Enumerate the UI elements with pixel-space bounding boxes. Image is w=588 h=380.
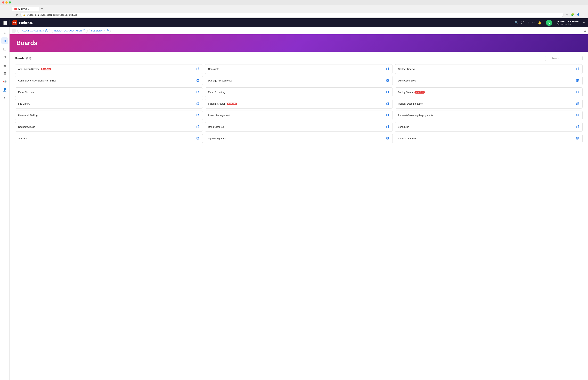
open-board-icon-personnel-staffing[interactable]: [196, 114, 200, 117]
open-board-icon-shelters[interactable]: [196, 137, 200, 140]
extensions-button[interactable]: 🧩: [570, 12, 575, 17]
new-tab-button[interactable]: +: [39, 6, 45, 11]
board-card-left-project-management: Project Management: [208, 114, 230, 117]
close-tab-button[interactable]: ✕: [28, 8, 30, 10]
sidebar-item-dashboard[interactable]: ⊟: [1, 54, 8, 60]
notifications-button[interactable]: 🔔: [538, 21, 542, 25]
user-menu-chevron[interactable]: ▾: [583, 21, 585, 24]
browser-toolbar-right: ☆ 🧩 👤 ⋮: [565, 12, 586, 17]
search-wrapper: 🔍: [545, 56, 583, 61]
favicon: [15, 8, 17, 10]
sidebar-item-report[interactable]: ☰: [1, 70, 8, 77]
app-logo: W: [12, 20, 17, 25]
board-card-file-library[interactable]: File Library: [15, 99, 203, 109]
board-card-after-action-review[interactable]: After-Action ReviewNew Data: [15, 64, 203, 74]
sidebar-item-map[interactable]: ◫: [1, 46, 8, 52]
svg-text:W: W: [13, 21, 16, 24]
open-board-icon-checklists[interactable]: [386, 67, 389, 71]
open-board-icon-damage-assessments[interactable]: [386, 79, 389, 82]
tab-file-library[interactable]: FILE LIBRARY ✕: [89, 29, 111, 33]
main-layout: ⌂ ⊞ ◫ ⊟ ⛓ ☰ 📢 👤 ✦ ‹ PROJECT MANAGEMENT ✕…: [0, 27, 588, 380]
board-card-left-requests-inventory-deployments: Requests/Inventory/Deployments: [398, 114, 433, 117]
tab-bar-search-button[interactable]: ⊞: [584, 29, 586, 32]
open-board-icon-incident-documentation[interactable]: [576, 102, 579, 106]
open-board-icon-event-calendar[interactable]: [196, 90, 200, 94]
board-card-checklists[interactable]: Checklists: [205, 64, 393, 74]
tab-project-management-close[interactable]: ✕: [45, 29, 48, 32]
tab-back-button[interactable]: ‹: [12, 29, 16, 33]
sidebar-item-contacts[interactable]: 👤: [1, 86, 8, 93]
tab-file-library-close[interactable]: ✕: [106, 29, 109, 32]
hamburger-menu-button[interactable]: ☰: [3, 20, 7, 25]
board-card-event-calendar[interactable]: Event Calendar: [15, 87, 203, 97]
sidebar-item-links[interactable]: ⛓: [1, 62, 8, 69]
board-card-contact-tracing[interactable]: Contact Tracing: [395, 64, 583, 74]
browser-tab-webeoc[interactable]: WebEOC ✕: [12, 7, 39, 11]
board-card-requests-tasks[interactable]: Requests/Tasks: [15, 122, 203, 132]
open-board-icon-requests-tasks[interactable]: [196, 125, 200, 129]
board-card-requests-inventory-deployments[interactable]: Requests/Inventory/Deployments: [395, 111, 583, 120]
board-card-road-closures[interactable]: Road Closures: [205, 122, 393, 132]
forward-button[interactable]: →: [8, 12, 13, 17]
search-input[interactable]: [545, 56, 583, 61]
app-header: ☰ W WebEOC 🔍 ⛶ ? ⊘ 🔔 IC Incident Command…: [0, 18, 588, 27]
open-board-icon-after-action-review[interactable]: [196, 67, 200, 71]
open-board-icon-situation-reports[interactable]: [576, 137, 579, 140]
sidebar-item-boards[interactable]: ⊞: [1, 38, 8, 44]
board-card-left-after-action-review: After-Action ReviewNew Data: [18, 68, 51, 70]
refresh-button[interactable]: ↻: [14, 12, 19, 17]
board-card-shelters[interactable]: Shelters: [15, 134, 203, 143]
board-card-left-file-library: File Library: [18, 102, 30, 105]
search-header-button[interactable]: 🔍: [514, 21, 518, 25]
board-card-distribution-sites[interactable]: Distribution Sites: [395, 76, 583, 85]
sidebar: ⌂ ⊞ ◫ ⊟ ⛓ ☰ 📢 👤 ✦: [0, 27, 10, 380]
open-board-icon-contact-tracing[interactable]: [576, 67, 579, 71]
board-card-continuity-of-operations[interactable]: Continuity of Operations Plan Builder: [15, 76, 203, 85]
open-board-icon-incident-creator[interactable]: [386, 102, 389, 106]
board-card-facility-status[interactable]: Facility StatusNew Data: [395, 87, 583, 97]
open-board-icon-sign-in-sign-out[interactable]: [386, 137, 389, 140]
open-board-icon-requests-inventory-deployments[interactable]: [576, 114, 579, 117]
board-card-incident-documentation[interactable]: Incident Documentation: [395, 99, 583, 109]
help-button[interactable]: ?: [528, 21, 529, 25]
close-button[interactable]: [2, 1, 4, 3]
sidebar-item-broadcast[interactable]: 📢: [1, 78, 8, 85]
open-board-icon-file-library[interactable]: [196, 102, 200, 106]
board-card-damage-assessments[interactable]: Damage Assessments: [205, 76, 393, 85]
board-card-personnel-staffing[interactable]: Personnel Staffing: [15, 111, 203, 120]
board-card-left-checklists: Checklists: [208, 68, 219, 70]
profile-button[interactable]: 👤: [576, 12, 581, 17]
address-bar[interactable]: 🔒 webeoc.demo.webeocasp.com/webeoc/defau…: [20, 13, 564, 17]
fullscreen-button[interactable]: ⛶: [521, 21, 524, 25]
new-data-badge-after-action-review: New Data: [41, 68, 51, 70]
tab-incident-documentation-close[interactable]: ✕: [83, 29, 85, 32]
minimize-button[interactable]: [5, 1, 8, 3]
board-card-event-reporting[interactable]: Event Reporting: [205, 87, 393, 97]
tab-incident-documentation[interactable]: INCIDENT DOCUMENTATION ✕: [52, 29, 88, 33]
menu-button[interactable]: ⋮: [581, 12, 586, 17]
open-board-icon-schedules[interactable]: [576, 125, 579, 129]
board-card-left-continuity-of-operations: Continuity of Operations Plan Builder: [18, 79, 57, 82]
open-board-icon-event-reporting[interactable]: [386, 90, 389, 94]
board-card-schedules[interactable]: Schedules: [395, 122, 583, 132]
board-card-project-management[interactable]: Project Management: [205, 111, 393, 120]
settings-button[interactable]: ⊘: [532, 21, 535, 25]
board-card-left-contact-tracing: Contact Tracing: [398, 68, 415, 70]
open-board-icon-project-management[interactable]: [386, 114, 389, 117]
user-avatar[interactable]: IC: [546, 20, 552, 26]
open-board-icon-facility-status[interactable]: [576, 90, 579, 94]
maximize-button[interactable]: [9, 1, 11, 3]
open-board-icon-distribution-sites[interactable]: [576, 79, 579, 82]
tab-project-management[interactable]: PROJECT MANAGEMENT ✕: [17, 29, 50, 33]
sidebar-item-awards[interactable]: ✦: [1, 95, 8, 101]
sidebar-item-home[interactable]: ⌂: [1, 29, 8, 36]
tab-incident-documentation-label: INCIDENT DOCUMENTATION: [54, 30, 82, 32]
board-card-sign-in-sign-out[interactable]: Sign-In/Sign-Out: [205, 134, 393, 143]
board-card-incident-creator[interactable]: Incident CreatorNew Data: [205, 99, 393, 109]
back-button[interactable]: ←: [2, 12, 7, 17]
bookmark-button[interactable]: ☆: [565, 12, 570, 17]
board-card-name-situation-reports: Situation Reports: [398, 137, 416, 140]
board-card-situation-reports[interactable]: Situation Reports: [395, 134, 583, 143]
open-board-icon-continuity-of-operations[interactable]: [196, 79, 200, 82]
open-board-icon-road-closures[interactable]: [386, 125, 389, 129]
